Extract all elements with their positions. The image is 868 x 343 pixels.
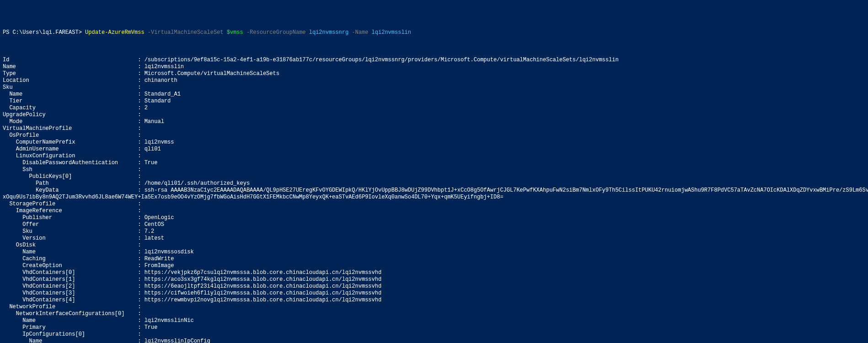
cmdlet: Update-AzureRmVmss	[85, 29, 145, 36]
output-block: Id : /subscriptions/9ef8a15c-15a2-4ef1-a…	[3, 43, 865, 343]
variable-vmss: $vmss	[227, 29, 243, 36]
arg-rg: lqi2nvmssnrg	[309, 29, 348, 36]
command-line[interactable]: PS C:\Users\lqi.FAREAST> Update-AzureRmV…	[3, 29, 865, 36]
prompt-path: PS C:\Users\lqi.FAREAST>	[3, 29, 82, 36]
param-name: -Name	[352, 29, 368, 36]
arg-name: lqi2nvmsslin	[372, 29, 411, 36]
param-rg: -ResourceGroupName	[246, 29, 306, 36]
param-vmss: -VirtualMachineScaleSet	[148, 29, 224, 36]
